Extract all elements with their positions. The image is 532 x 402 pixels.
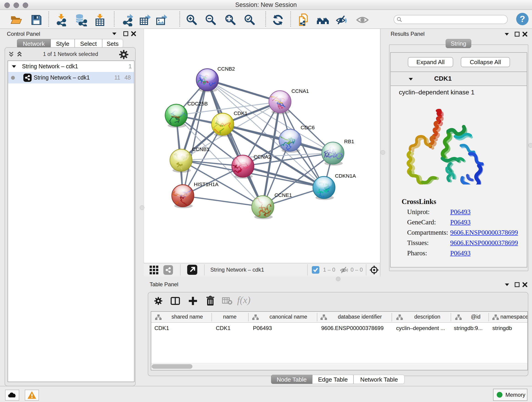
svg-text:RB1: RB1	[344, 139, 354, 144]
svg-text:CCNE1: CCNE1	[274, 192, 292, 198]
svg-text:CCNB1: CCNB1	[192, 147, 209, 152]
svg-text:CDKN1A: CDKN1A	[335, 173, 356, 179]
svg-text:CCNA1: CCNA1	[291, 88, 309, 94]
svg-text:CDK1: CDK1	[234, 110, 247, 116]
svg-text:CCNB2: CCNB2	[217, 66, 235, 72]
svg-text:CCNA2: CCNA2	[254, 154, 271, 160]
svg-text:CDC6: CDC6	[301, 125, 315, 130]
svg-text:HIST1H1A: HIST1H1A	[194, 182, 219, 187]
svg-text:CDC25B: CDC25B	[187, 101, 208, 107]
